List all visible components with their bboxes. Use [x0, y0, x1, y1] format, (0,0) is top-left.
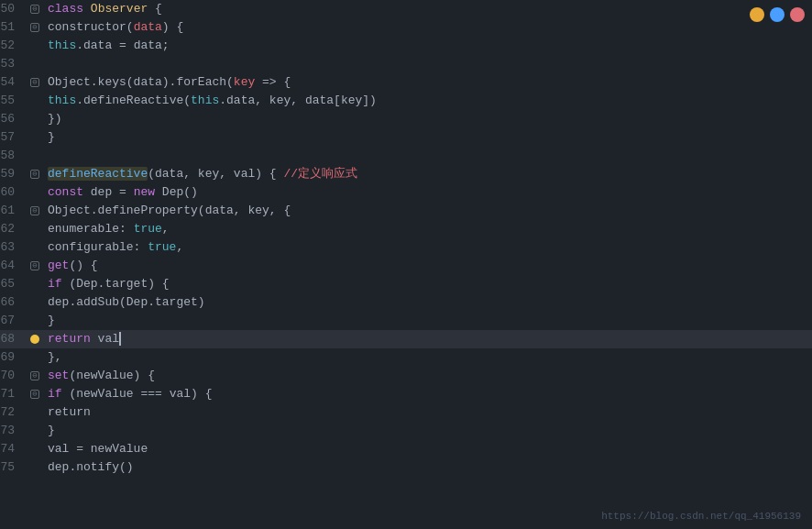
code-content[interactable]: get() {	[44, 257, 812, 275]
code-content[interactable]: set(newValue) {	[44, 367, 812, 385]
code-token: dep.addSub(Dep.target)	[48, 295, 205, 309]
toolbar-btn-orange[interactable]	[750, 7, 764, 22]
code-token: (data, key, val) {	[148, 167, 283, 181]
code-content[interactable]: }	[44, 128, 812, 147]
table-row: 65 if (Dep.target) {	[0, 275, 812, 293]
code-content[interactable]: }	[44, 422, 812, 440]
code-content[interactable]: dep.notify()	[44, 458, 812, 477]
code-content[interactable]: return val	[44, 330, 812, 348]
code-content[interactable]: this.data = data;	[44, 37, 812, 55]
gutter-cell	[26, 128, 44, 147]
toolbar	[750, 7, 805, 22]
code-content[interactable]: configurable: true,	[44, 238, 812, 257]
code-token: this	[48, 94, 76, 107]
table-row: 52 this.data = data;	[0, 37, 812, 55]
text-cursor	[119, 332, 121, 346]
gutter-cell	[26, 330, 44, 348]
code-content[interactable]: const dep = new Dep()	[44, 183, 812, 202]
gutter-cell[interactable]: ⊖	[26, 18, 44, 37]
line-number: 72	[0, 403, 26, 422]
gutter-cell[interactable]: ⊖	[26, 367, 44, 385]
table-row: 67 }	[0, 312, 812, 330]
code-token: Object.keys(data).forEach(	[48, 75, 234, 89]
code-token: new	[134, 185, 155, 199]
table-row: 61⊖ Object.defineProperty(data, key, {	[0, 202, 812, 220]
line-number: 59	[0, 165, 26, 183]
line-number: 55	[0, 92, 26, 110]
table-row: 55 this.defineReactive(this.data, key, d…	[0, 92, 812, 110]
code-content[interactable]: if (Dep.target) {	[44, 275, 812, 293]
code-content[interactable]: enumerable: true,	[44, 220, 812, 238]
code-content[interactable]: if (newValue === val) {	[44, 385, 812, 403]
code-content[interactable]	[44, 55, 812, 73]
table-row: 60 const dep = new Dep()	[0, 183, 812, 202]
code-token: key	[234, 75, 255, 89]
code-token: (	[126, 20, 134, 34]
line-number: 51	[0, 18, 26, 37]
gutter-cell[interactable]: ⊖	[26, 385, 44, 403]
line-number: 67	[0, 312, 26, 330]
code-token: dep =	[83, 185, 134, 199]
code-token: configurable:	[48, 240, 148, 254]
code-content[interactable]	[44, 147, 812, 165]
fold-icon[interactable]: ⊖	[30, 5, 39, 14]
code-token: this	[48, 39, 76, 52]
code-content[interactable]: })	[44, 110, 812, 128]
footer-watermark: https://blog.csdn.net/qq_41956139	[601, 511, 801, 522]
code-token: },	[48, 350, 62, 364]
code-token: const	[48, 185, 83, 199]
line-number: 75	[0, 458, 26, 477]
line-number: 50	[0, 0, 26, 18]
toolbar-btn-blue[interactable]	[770, 7, 785, 22]
gutter-cell[interactable]: ⊖	[26, 165, 44, 183]
code-token: (Dep.target) {	[62, 277, 170, 291]
code-token: data	[134, 20, 162, 34]
code-content[interactable]: constructor(data) {	[44, 18, 812, 37]
table-row: 56 })	[0, 110, 812, 128]
code-content[interactable]: Object.keys(data).forEach(key => {	[44, 73, 812, 92]
table-row: 72 return	[0, 403, 812, 422]
code-token: val	[91, 332, 119, 346]
gutter-cell	[26, 458, 44, 477]
table-row: 51⊖ constructor(data) {	[0, 18, 812, 37]
fold-icon[interactable]: ⊖	[30, 170, 39, 179]
code-token: ,	[176, 240, 183, 254]
code-content[interactable]: class Observer {	[44, 0, 812, 18]
gutter-cell[interactable]: ⊖	[26, 257, 44, 275]
code-content[interactable]: return	[44, 403, 812, 422]
fold-icon[interactable]: ⊖	[30, 390, 39, 399]
code-token: ,	[162, 222, 170, 236]
code-content[interactable]: }	[44, 312, 812, 330]
code-token: Dep()	[155, 185, 198, 199]
code-content[interactable]: },	[44, 348, 812, 367]
code-token: dep.notify()	[48, 460, 134, 474]
gutter-cell[interactable]: ⊖	[26, 202, 44, 220]
code-content[interactable]: dep.addSub(Dep.target)	[44, 293, 812, 312]
fold-icon[interactable]: ⊖	[30, 206, 39, 215]
gutter-cell	[26, 238, 44, 257]
fold-icon[interactable]: ⊖	[30, 23, 39, 32]
gutter-cell[interactable]: ⊖	[26, 73, 44, 92]
table-row: 59⊖ defineReactive(data, key, val) { //定…	[0, 165, 812, 183]
toolbar-btn-red[interactable]	[790, 7, 805, 22]
gutter-cell	[26, 312, 44, 330]
code-token: .defineReactive(	[76, 94, 191, 107]
code-token: Observer	[91, 2, 148, 16]
fold-icon[interactable]: ⊖	[30, 371, 39, 380]
code-content[interactable]: this.defineReactive(this.data, key, data…	[44, 92, 812, 110]
code-content[interactable]: defineReactive(data, key, val) { //定义响应式	[44, 165, 812, 183]
fold-icon[interactable]: ⊖	[30, 261, 39, 270]
fold-icon[interactable]: ⊖	[30, 78, 39, 87]
code-token: .data = data;	[76, 39, 169, 52]
table-row: 57 }	[0, 128, 812, 147]
code-token: ) {	[162, 20, 183, 34]
code-content[interactable]: val = newValue	[44, 440, 812, 458]
code-token: val = newValue	[48, 442, 148, 456]
gutter-cell	[26, 147, 44, 165]
line-number: 63	[0, 238, 26, 257]
line-number: 53	[0, 55, 26, 73]
code-content[interactable]: Object.defineProperty(data, key, {	[44, 202, 812, 220]
gutter-cell[interactable]: ⊖	[26, 0, 44, 18]
table-row: 73 }	[0, 422, 812, 440]
gutter-cell	[26, 110, 44, 128]
